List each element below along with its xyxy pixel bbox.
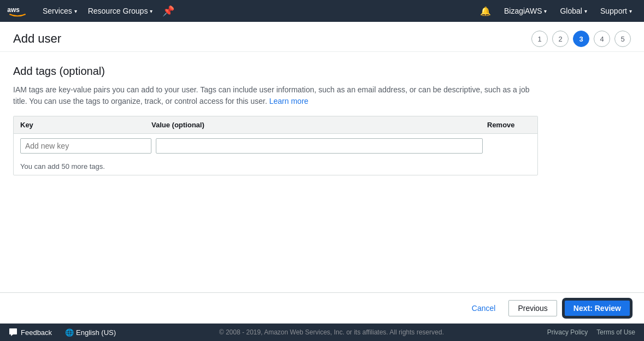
footer-links: Privacy Policy Terms of Use xyxy=(547,328,635,336)
footer: Feedback 🌐 English (US) © 2008 - 2019, A… xyxy=(0,324,644,341)
feedback-icon xyxy=(9,328,17,337)
page-title: Add user xyxy=(13,32,61,46)
region-menu[interactable]: Global ▾ xyxy=(554,0,592,22)
terms-of-use-link[interactable]: Terms of Use xyxy=(596,328,635,336)
services-chevron-icon: ▾ xyxy=(74,8,77,14)
support-chevron-icon: ▾ xyxy=(629,8,632,14)
feedback-label: Feedback xyxy=(21,328,52,337)
top-nav: aws Services ▾ Resource Groups ▾ 📌 🔔 Biz… xyxy=(0,0,644,22)
content-area: Add tags (optional) IAM tags are key-val… xyxy=(0,52,644,292)
support-label: Support xyxy=(600,7,627,15)
resource-groups-menu[interactable]: Resource Groups ▾ xyxy=(83,0,159,22)
step-5[interactable]: 5 xyxy=(614,31,631,47)
tags-table-row xyxy=(14,134,537,158)
services-label: Services xyxy=(43,7,72,15)
form-content: Add tags (optional) IAM tags are key-val… xyxy=(0,52,644,189)
section-title: Add tags (optional) xyxy=(13,65,631,78)
key-input[interactable] xyxy=(20,138,151,154)
previous-button[interactable]: Previous xyxy=(508,300,557,316)
page-header: Add user 1 2 3 4 5 xyxy=(0,22,644,52)
globe-icon: 🌐 xyxy=(65,328,74,337)
value-input[interactable] xyxy=(156,138,483,154)
step-1[interactable]: 1 xyxy=(531,31,548,47)
notification-bell-button[interactable]: 🔔 xyxy=(475,0,496,22)
copyright-text: © 2008 - 2019, Amazon Web Services, Inc.… xyxy=(120,328,543,336)
svg-text:aws: aws xyxy=(7,6,20,14)
action-bar: Cancel Previous Next: Review xyxy=(0,292,644,324)
bell-icon: 🔔 xyxy=(480,6,491,16)
key-column-header: Key xyxy=(20,121,151,129)
cancel-button[interactable]: Cancel xyxy=(465,301,502,316)
learn-more-link[interactable]: Learn more xyxy=(269,97,308,105)
nav-right: 🔔 BizagiAWS ▾ Global ▾ Support ▾ xyxy=(475,0,637,22)
section-description: IAM tags are key-value pairs you can add… xyxy=(13,84,538,107)
privacy-policy-link[interactable]: Privacy Policy xyxy=(547,328,588,336)
tags-table-header: Key Value (optional) Remove xyxy=(14,116,537,134)
step-3[interactable]: 3 xyxy=(573,31,589,47)
region-chevron-icon: ▾ xyxy=(584,8,587,14)
account-label: BizagiAWS xyxy=(504,7,542,15)
services-menu[interactable]: Services ▾ xyxy=(37,0,83,22)
region-label: Global xyxy=(560,7,582,15)
main-wrapper: Add user 1 2 3 4 5 Add tags (optional) I… xyxy=(0,22,644,324)
key-input-cell xyxy=(20,138,151,154)
aws-logo[interactable]: aws xyxy=(7,3,28,19)
language-label: English (US) xyxy=(76,328,116,337)
resource-groups-label: Resource Groups xyxy=(88,7,148,15)
value-input-cell xyxy=(156,138,483,154)
steps-nav: 1 2 3 4 5 xyxy=(531,31,631,47)
tag-hint: You can add 50 more tags. xyxy=(14,158,537,175)
step-4[interactable]: 4 xyxy=(594,31,610,47)
tags-table: Key Value (optional) Remove You can add … xyxy=(13,116,538,175)
feedback-button[interactable]: Feedback xyxy=(9,328,52,337)
pin-icon[interactable]: 📌 xyxy=(158,5,179,17)
resource-groups-chevron-icon: ▾ xyxy=(150,8,153,14)
step-2[interactable]: 2 xyxy=(552,31,569,47)
next-review-button[interactable]: Next: Review xyxy=(564,299,631,317)
remove-column-header: Remove xyxy=(487,121,531,129)
language-selector[interactable]: 🌐 English (US) xyxy=(65,328,116,337)
value-column-header: Value (optional) xyxy=(151,121,487,129)
account-menu[interactable]: BizagiAWS ▾ xyxy=(499,0,553,22)
support-menu[interactable]: Support ▾ xyxy=(595,0,637,22)
account-chevron-icon: ▾ xyxy=(544,8,547,14)
